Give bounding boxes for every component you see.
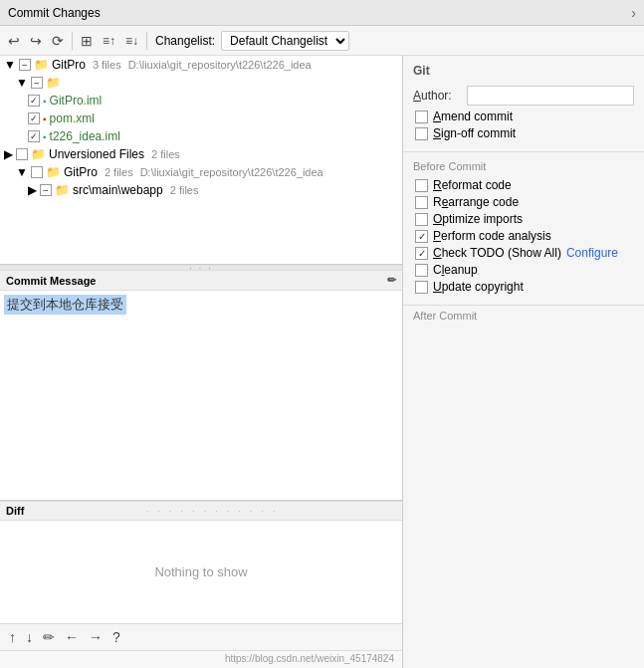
- commit-changes-window: Commit Changes › ↩ ↪ ⟳ ⊞ ≡↑ ≡↓ Changelis…: [0, 0, 644, 668]
- check-todo-row: Check TODO (Show All) Configure: [413, 246, 634, 260]
- tree-item-indent-folder[interactable]: ▼ 📁: [0, 74, 402, 92]
- expand-arrow-0: ▼: [4, 58, 16, 72]
- diff-left-button[interactable]: ←: [62, 628, 82, 646]
- checkbox-t226-iml[interactable]: [28, 130, 40, 142]
- checkbox-gitpro-2[interactable]: [31, 166, 43, 178]
- diff-toolbar: Diff · · · · · · · · · · · ·: [0, 501, 402, 521]
- diff-up-button[interactable]: ↑: [6, 628, 19, 646]
- optimize-imports-checkbox[interactable]: [415, 213, 428, 226]
- changelist-select[interactable]: Default Changelist: [221, 31, 349, 51]
- tree-item-gitpro-root[interactable]: ▼ 📁 GitPro 3 files D:\liuxia\git_reposit…: [0, 56, 402, 74]
- configure-link[interactable]: Configure: [566, 246, 618, 260]
- tree-item-gitpro-2[interactable]: ▼ 📁 GitPro 2 files D:\liuxia\git_reposit…: [0, 163, 402, 181]
- perform-code-analysis-checkbox[interactable]: [415, 230, 428, 243]
- update-copyright-checkbox[interactable]: [415, 281, 428, 294]
- checkbox-indent-folder[interactable]: [31, 77, 43, 89]
- label-gitpro-iml: GitPro.iml: [50, 94, 103, 108]
- perform-code-analysis-label: Perform code analysis: [433, 229, 551, 243]
- label-unversioned: Unversioned Files: [49, 147, 144, 161]
- reformat-code-checkbox[interactable]: [415, 179, 428, 192]
- tree-item-pom-xml[interactable]: ▪ pom.xml: [0, 110, 402, 127]
- file-icon-t226-iml: ▪: [43, 131, 47, 142]
- separator-2: [146, 32, 147, 50]
- tree-item-unversioned[interactable]: ▶ 📁 Unversioned Files 2 files: [0, 145, 402, 163]
- author-label: Author:: [413, 89, 461, 103]
- tree-item-webapp[interactable]: ▶ 📁 src\main\webapp 2 files: [0, 181, 402, 199]
- title-bar-left: Commit Changes: [8, 6, 101, 20]
- group-button[interactable]: ⊞: [77, 31, 97, 51]
- expand-arrow-indent: ▼: [16, 76, 28, 90]
- diff-splitter-dots: · · · · · · · · · · · ·: [28, 506, 396, 517]
- expand-arrow-unversioned: ▶: [4, 147, 13, 161]
- edit-icon[interactable]: ✏: [387, 274, 396, 287]
- after-commit-title: After Commit: [413, 310, 634, 322]
- expand-arrow-gitpro-2: ▼: [16, 165, 28, 179]
- path-gitpro-2: D:\liuxia\git_repository\t226\t226_idea: [140, 166, 323, 178]
- separator-1: [72, 32, 73, 50]
- cleanup-row: Cleanup: [413, 263, 634, 277]
- folder-icon-indent: 📁: [46, 76, 61, 90]
- move-down-button[interactable]: ≡↓: [121, 32, 142, 50]
- file-tree: ▼ 📁 GitPro 3 files D:\liuxia\git_reposit…: [0, 56, 402, 265]
- redo-button[interactable]: ↪: [26, 31, 46, 51]
- label-gitpro-root: GitPro: [52, 58, 86, 72]
- git-title: Git: [413, 64, 634, 78]
- before-commit-section: Before Commit Reformat code Rearrange co…: [403, 152, 644, 305]
- commit-message-section: Commit Message ✏ 提交到本地仓库接受: [0, 271, 402, 501]
- before-commit-title: Before Commit: [413, 160, 634, 172]
- folder-icon-gitpro-2: 📁: [46, 165, 61, 179]
- diff-edit-button[interactable]: ✏: [40, 628, 58, 646]
- refresh-button[interactable]: ⟳: [48, 31, 68, 51]
- diff-down-button[interactable]: ↓: [23, 628, 36, 646]
- signoff-commit-checkbox[interactable]: [415, 127, 428, 140]
- signoff-commit-row: Sign-off commit: [413, 126, 634, 140]
- rearrange-code-checkbox[interactable]: [415, 196, 428, 209]
- file-icon-gitpro-iml: ▪: [43, 96, 47, 107]
- diff-action-bar: ↑ ↓ ✏ ← → ?: [0, 623, 402, 650]
- author-row: Author:: [413, 86, 634, 106]
- checkbox-gitpro-iml[interactable]: [28, 95, 40, 107]
- watermark: https://blog.csdn.net/weixin_45174824: [0, 650, 402, 668]
- path-gitpro-root: D:\liuxia\git_repository\t226\t226_idea: [128, 59, 312, 71]
- right-panel: Git Author: Amend commit Sign-off commit: [403, 56, 644, 668]
- commit-message-area[interactable]: 提交到本地仓库接受: [0, 291, 402, 500]
- amend-commit-checkbox[interactable]: [415, 111, 428, 123]
- checkbox-pom-xml[interactable]: [28, 112, 40, 124]
- badge-gitpro-2: 2 files: [105, 166, 133, 178]
- tree-item-t226-iml[interactable]: ▪ t226_idea.iml: [0, 127, 402, 145]
- checkbox-gitpro-root[interactable]: [19, 59, 31, 71]
- diff-label: Diff: [6, 505, 24, 517]
- diff-right-button[interactable]: →: [86, 628, 106, 646]
- checkbox-unversioned[interactable]: [16, 148, 28, 160]
- reformat-code-label: Reformat code: [433, 178, 512, 192]
- reformat-code-row: Reformat code: [413, 178, 634, 192]
- perform-code-analysis-row: Perform code analysis: [413, 229, 634, 243]
- watermark-text: https://blog.csdn.net/weixin_45174824: [225, 653, 394, 664]
- expand-arrow-webapp: ▶: [28, 183, 37, 197]
- cleanup-checkbox[interactable]: [415, 264, 428, 277]
- rearrange-code-label: Rearrange code: [433, 195, 519, 209]
- left-panel: ▼ 📁 GitPro 3 files D:\liuxia\git_reposit…: [0, 56, 403, 668]
- label-t226-iml: t226_idea.iml: [50, 129, 120, 143]
- title-bar: Commit Changes ›: [0, 0, 644, 26]
- toolbar: ↩ ↪ ⟳ ⊞ ≡↑ ≡↓ Changelist: Default Change…: [0, 26, 644, 56]
- update-copyright-label: Update copyright: [433, 280, 524, 294]
- diff-help-button[interactable]: ?: [109, 628, 123, 646]
- optimize-imports-row: Optimize imports: [413, 212, 634, 226]
- diff-content: Nothing to show: [0, 521, 402, 623]
- folder-icon-unversioned: 📁: [31, 147, 46, 161]
- amend-commit-row: Amend commit: [413, 110, 634, 123]
- commit-message-text: 提交到本地仓库接受: [4, 295, 126, 315]
- tree-item-gitpro-iml[interactable]: ▪ GitPro.iml: [0, 92, 402, 110]
- optimize-imports-label: Optimize imports: [433, 212, 523, 226]
- checkbox-webapp[interactable]: [40, 184, 52, 196]
- move-up-button[interactable]: ≡↑: [99, 32, 119, 50]
- diff-section: Diff · · · · · · · · · · · · Nothing to …: [0, 501, 402, 650]
- check-todo-label: Check TODO (Show All): [433, 246, 561, 260]
- cleanup-label: Cleanup: [433, 263, 478, 277]
- author-input[interactable]: [467, 86, 634, 106]
- undo-button[interactable]: ↩: [4, 31, 24, 51]
- check-todo-checkbox[interactable]: [415, 247, 428, 260]
- commit-message-title: Commit Message: [6, 275, 96, 287]
- file-icon-pom-xml: ▪: [43, 113, 47, 124]
